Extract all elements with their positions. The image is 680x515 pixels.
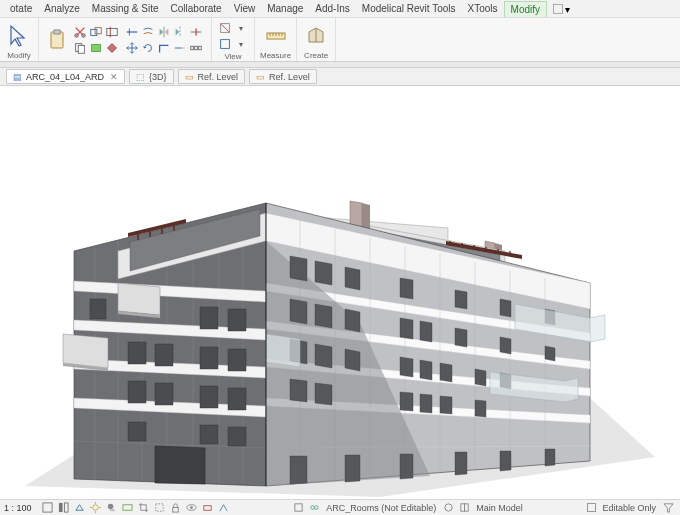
sync-icon[interactable] — [442, 502, 454, 514]
svg-rect-150 — [64, 503, 68, 512]
analytical-icon[interactable] — [218, 502, 230, 514]
close-icon[interactable]: ✕ — [110, 72, 118, 82]
svg-marker-137 — [475, 400, 486, 417]
svg-marker-132 — [290, 379, 307, 402]
svg-marker-143 — [545, 449, 555, 466]
measure-icon[interactable] — [264, 24, 288, 48]
menu-tab-modelical[interactable]: Modelical Revit Tools — [356, 1, 462, 16]
svg-rect-64 — [228, 309, 246, 331]
ribbon-menu-row: otate Analyze Massing & Site Collaborate… — [0, 0, 680, 18]
crop-icon[interactable] — [138, 502, 150, 514]
mirror-pick-icon[interactable] — [157, 25, 171, 39]
dropdown1-icon[interactable]: ▾ — [234, 21, 248, 35]
menu-extras-dropdown-icon[interactable]: ▾ — [565, 4, 571, 14]
file-icon: ▤ — [13, 72, 22, 82]
svg-rect-65 — [128, 422, 146, 441]
trim-icon[interactable] — [157, 41, 171, 55]
ribbon-group-create: Create — [297, 18, 336, 61]
svg-rect-56 — [200, 347, 218, 369]
ribbon-group-title-modify: Modify — [5, 51, 33, 61]
offset-icon[interactable] — [141, 25, 155, 39]
extend-icon[interactable] — [173, 41, 187, 55]
lock-icon[interactable] — [170, 502, 182, 514]
menu-tab-modify[interactable]: Modify — [504, 1, 547, 17]
cut-icon[interactable] — [73, 25, 87, 39]
svg-marker-109 — [290, 256, 307, 281]
doctab-file[interactable]: ▤ ARC_04_L04_ARD ✕ — [6, 69, 125, 84]
svg-marker-113 — [455, 290, 467, 309]
svg-rect-159 — [156, 504, 163, 511]
temp-hide-icon[interactable] — [186, 502, 198, 514]
copy-icon[interactable] — [73, 41, 87, 55]
menu-tab-massing-site[interactable]: Massing & Site — [86, 1, 165, 16]
cut-geom-icon[interactable] — [105, 25, 119, 39]
modify-cursor-icon[interactable] — [7, 24, 31, 48]
svg-rect-1 — [54, 30, 60, 34]
cope-icon[interactable] — [89, 41, 103, 55]
level-icon: ▭ — [185, 72, 194, 82]
rotate-icon[interactable] — [141, 41, 155, 55]
menu-tab-addins[interactable]: Add-Ins — [309, 1, 355, 16]
crop-visible-icon[interactable] — [154, 502, 166, 514]
svg-rect-57 — [228, 349, 246, 371]
doctab-ref2-label: Ref. Level — [269, 72, 310, 82]
worksets-icon[interactable] — [308, 502, 320, 514]
svg-rect-21 — [199, 46, 202, 50]
mirror-draw-icon[interactable] — [173, 25, 187, 39]
menu-extras-box-icon[interactable] — [553, 4, 563, 14]
scale-label[interactable]: 1 : 100 — [4, 503, 32, 513]
menu-tab-xtools[interactable]: XTools — [462, 1, 504, 16]
svg-marker-118 — [345, 309, 360, 332]
svg-rect-10 — [92, 45, 101, 52]
hide-icon[interactable] — [218, 21, 232, 35]
svg-line-165 — [224, 505, 228, 511]
reveal-icon[interactable] — [202, 502, 214, 514]
svg-rect-20 — [195, 46, 198, 50]
menu-tab-manage[interactable]: Manage — [261, 1, 309, 16]
cube-icon: ⬚ — [136, 72, 145, 82]
svg-rect-60 — [200, 386, 218, 408]
rendering-icon[interactable] — [122, 502, 134, 514]
menu-tab-analyze[interactable]: Analyze — [38, 1, 86, 16]
editable-check-icon[interactable] — [587, 503, 596, 512]
menu-tab-collaborate[interactable]: Collaborate — [165, 1, 228, 16]
design-options-icon[interactable] — [458, 502, 470, 514]
display-style-icon[interactable] — [42, 502, 54, 514]
svg-point-168 — [314, 506, 318, 510]
create-icon[interactable] — [304, 24, 328, 48]
svg-rect-58 — [128, 381, 146, 403]
svg-point-167 — [311, 506, 315, 510]
doctab-3d[interactable]: ⬚ {3D} — [129, 69, 174, 84]
sun-path-icon[interactable] — [90, 502, 102, 514]
svg-marker-142 — [500, 451, 511, 471]
filter-icon[interactable] — [662, 502, 674, 514]
paint-icon[interactable] — [105, 41, 119, 55]
svg-marker-121 — [455, 328, 467, 347]
svg-marker-136 — [440, 396, 452, 414]
detail-level-icon[interactable] — [58, 502, 70, 514]
ribbon-group-clipboard — [39, 18, 212, 61]
align-icon[interactable] — [125, 25, 139, 39]
dropdown2-icon[interactable]: ▾ — [234, 37, 248, 51]
select-links-icon[interactable] — [292, 502, 304, 514]
array-icon[interactable] — [189, 41, 203, 55]
menu-tab-annotate[interactable]: otate — [4, 1, 38, 16]
viewport-3d[interactable] — [0, 86, 680, 499]
svg-marker-123 — [545, 346, 555, 361]
document-tabs-row: ▤ ARC_04_L04_ARD ✕ ⬚ {3D} ▭ Ref. Level ▭… — [0, 68, 680, 86]
join-icon[interactable] — [89, 25, 103, 39]
split-icon[interactable] — [189, 25, 203, 39]
status-mainmodel-label: Main Model — [476, 503, 523, 513]
visual-style-icon[interactable] — [74, 502, 86, 514]
svg-marker-129 — [440, 363, 452, 382]
svg-marker-110 — [315, 261, 332, 285]
move-icon[interactable] — [125, 41, 139, 55]
doctab-ref2[interactable]: ▭ Ref. Level — [249, 69, 317, 84]
svg-rect-160 — [173, 508, 179, 513]
doctab-ref1[interactable]: ▭ Ref. Level — [178, 69, 246, 84]
paste-icon[interactable] — [46, 28, 70, 52]
svg-line-23 — [221, 24, 230, 33]
shadows-icon[interactable] — [106, 502, 118, 514]
menu-tab-view[interactable]: View — [228, 1, 262, 16]
override-icon[interactable] — [218, 37, 232, 51]
